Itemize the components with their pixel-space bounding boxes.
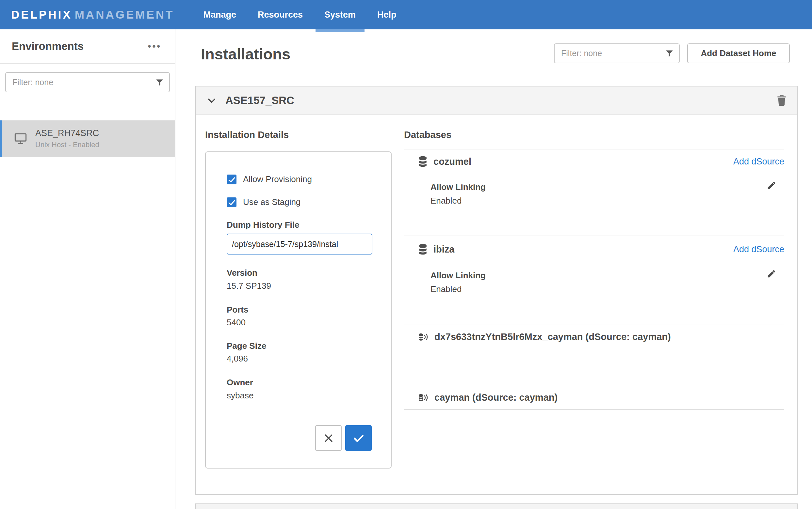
database-icon <box>418 244 428 255</box>
nav-help[interactable]: Help <box>367 0 407 29</box>
dsource-icon <box>418 333 429 342</box>
filter-funnel-icon[interactable] <box>665 49 674 58</box>
topbar: DELPHIXMANAGEMENT Manage Resources Syste… <box>0 0 812 29</box>
database-row: ibiza Add dSource <box>418 244 784 255</box>
environment-item-text: ASE_RH74SRC Unix Host - Enabled <box>35 128 99 149</box>
database-entry-cozumel: cozumel Add dSource Allow Linking Enable… <box>404 149 784 236</box>
environments-sidebar: Environments ••• ASE_RH74SRC Unix Host -… <box>0 29 176 509</box>
allow-provisioning-row: Allow Provisioning <box>227 174 312 184</box>
main-content: Installations Add Dataset Home ASE157_SR… <box>176 29 812 509</box>
nav-manage[interactable]: Manage <box>192 0 247 29</box>
nav-resources[interactable]: Resources <box>247 0 314 29</box>
database-entry-ibiza: ibiza Add dSource Allow Linking Enabled <box>404 236 784 325</box>
filter-funnel-icon[interactable] <box>155 78 164 87</box>
dump-history-input[interactable] <box>227 234 372 254</box>
environment-name: ASE_RH74SRC <box>35 128 99 138</box>
environments-filter-input[interactable] <box>6 73 153 92</box>
database-name: dx7s633tnzYtnB5lr6Mzx_cayman (dSource: c… <box>434 332 671 342</box>
main-nav: Manage Resources System Help <box>192 0 407 29</box>
chevron-down-icon[interactable] <box>207 95 217 106</box>
version-value: 15.7 SP139 <box>227 281 271 291</box>
installation-details-form: Allow Provisioning Use as Staging Dump H… <box>205 151 392 469</box>
database-row: cayman (dSource: cayman) <box>418 392 784 403</box>
form-actions <box>315 425 372 451</box>
add-dsource-link[interactable]: Add dSource <box>733 244 784 254</box>
use-as-staging-row: Use as Staging <box>227 197 301 207</box>
installation-panel-header[interactable]: ASE157_SRC <box>196 87 797 115</box>
allow-linking-label: Allow Linking <box>431 270 486 281</box>
ports-value: 5400 <box>227 317 246 328</box>
add-dsource-link[interactable]: Add dSource <box>733 157 784 167</box>
add-dataset-home-button[interactable]: Add Dataset Home <box>687 43 790 63</box>
environments-filter <box>5 72 170 92</box>
owner-value: sybase <box>227 391 253 401</box>
brand-logo[interactable]: DELPHIXMANAGEMENT <box>11 8 174 21</box>
dsource-icon <box>418 393 429 402</box>
cancel-button[interactable] <box>315 425 342 451</box>
allow-provisioning-label: Allow Provisioning <box>243 174 312 184</box>
use-as-staging-label: Use as Staging <box>243 197 301 207</box>
database-name: ibiza <box>433 244 454 255</box>
use-as-staging-checkbox[interactable] <box>227 197 237 207</box>
allow-linking-label: Allow Linking <box>431 182 486 192</box>
database-entry-cayman: cayman (dSource: cayman) <box>404 386 784 409</box>
environment-status: Unix Host - Enabled <box>35 141 99 149</box>
database-entry-dx-cayman: dx7s633tnzYtnB5lr6Mzx_cayman (dSource: c… <box>404 325 784 386</box>
page-size-label: Page Size <box>227 341 266 351</box>
allow-linking-value: Enabled <box>431 284 462 294</box>
sidebar-title: Environments <box>12 40 84 53</box>
brand-primary: DELPHIX <box>11 8 72 21</box>
nav-system[interactable]: System <box>314 0 367 29</box>
installations-filter <box>554 43 680 63</box>
owner-label: Owner <box>227 377 253 387</box>
version-label: Version <box>227 268 257 278</box>
page-title: Installations <box>201 45 290 63</box>
host-icon <box>14 133 27 144</box>
database-row: cozumel Add dSource <box>418 156 784 167</box>
divider <box>404 409 784 410</box>
installation-panel-body: Installation Details Allow Provisioning … <box>196 115 797 494</box>
installations-filter-input[interactable] <box>555 44 662 63</box>
edit-icon[interactable] <box>767 269 776 279</box>
next-installation-panel[interactable] <box>195 504 798 509</box>
edit-icon[interactable] <box>767 180 776 190</box>
allow-provisioning-checkbox[interactable] <box>227 175 237 184</box>
brand-secondary: MANAGEMENT <box>75 8 175 21</box>
dump-history-label: Dump History File <box>227 220 299 230</box>
database-name: cozumel <box>433 156 471 167</box>
ports-label: Ports <box>227 305 248 315</box>
page-size-value: 4,096 <box>227 354 248 364</box>
sidebar-header: Environments ••• <box>0 29 175 64</box>
databases-heading: Databases <box>404 130 451 140</box>
delete-icon[interactable] <box>777 95 786 106</box>
allow-linking-value: Enabled <box>431 196 462 206</box>
more-menu-icon[interactable]: ••• <box>148 41 161 52</box>
database-icon <box>418 156 428 167</box>
installation-name: ASE157_SRC <box>225 94 777 107</box>
database-row: dx7s633tnzYtnB5lr6Mzx_cayman (dSource: c… <box>418 332 784 342</box>
database-name: cayman (dSource: cayman) <box>434 392 558 403</box>
confirm-button[interactable] <box>345 425 372 451</box>
installation-details-heading: Installation Details <box>205 130 289 140</box>
environment-item[interactable]: ASE_RH74SRC Unix Host - Enabled <box>0 121 175 157</box>
installation-panel: ASE157_SRC Installation Details Allow Pr… <box>195 86 798 495</box>
